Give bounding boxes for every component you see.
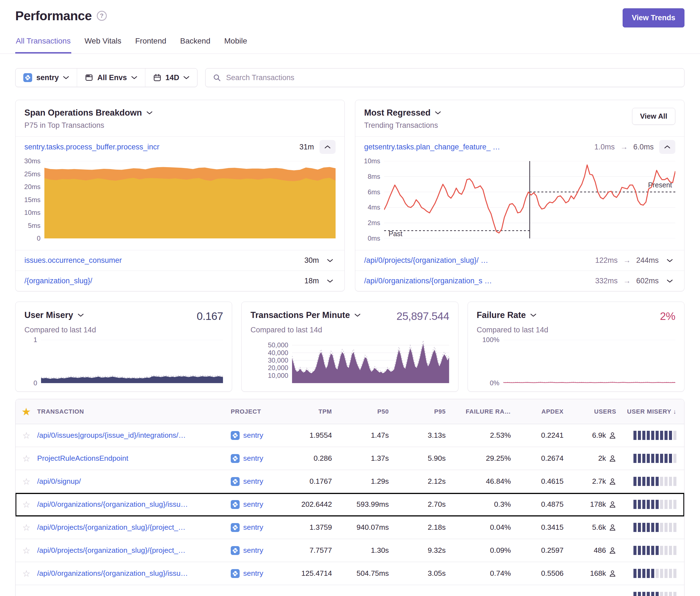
tab-frontend[interactable]: Frontend [134, 33, 167, 53]
misery-bar [665, 454, 668, 463]
project-cell[interactable]: sentry [231, 431, 285, 440]
chevron-up-icon [324, 145, 331, 149]
project-link[interactable]: sentry [243, 523, 263, 532]
regressed-to-value: 6.0ms [633, 143, 654, 151]
collapse-button[interactable] [659, 140, 675, 154]
star-icon[interactable]: ☆ [16, 499, 37, 510]
most-regressed-title-dropdown[interactable]: Most Regressed [364, 108, 441, 118]
project-cell[interactable]: sentry [231, 454, 285, 463]
misery-bar [669, 477, 672, 486]
project-cell[interactable]: sentry [231, 546, 285, 555]
span-op-link[interactable]: sentry.tasks.process_buffer.process_incr [24, 143, 294, 151]
span-op-link[interactable]: issues.occurrence_consumer [24, 256, 299, 265]
expand-button[interactable] [324, 259, 335, 262]
table-row: ☆/api/0/issues|groups/{issue_id}/integra… [16, 424, 684, 447]
span-op-link[interactable]: /{organization_slug}/ [24, 277, 299, 285]
span-ops-title-dropdown[interactable]: Span Operations Breakdown [24, 108, 153, 118]
page-filter-group: sentry All Envs 14D [15, 68, 197, 87]
misery-bar [647, 431, 650, 440]
project-link[interactable]: sentry [243, 431, 263, 440]
environment-filter-label: All Envs [97, 74, 127, 82]
environment-icon [85, 74, 93, 82]
star-icon[interactable]: ☆ [16, 453, 37, 464]
tab-backend[interactable]: Backend [180, 33, 211, 53]
misery-bar [669, 546, 672, 555]
project-link[interactable]: sentry [243, 477, 263, 486]
regressed-link[interactable]: getsentry.tasks.plan_change_feature_ … [364, 143, 589, 151]
span-ops-chart: 30ms25ms20ms15ms10ms5ms0 [16, 157, 345, 250]
column-apdex[interactable]: APDEX [511, 408, 564, 415]
expand-button[interactable] [324, 279, 335, 283]
failure-rate-value: 46.84% [446, 477, 511, 486]
project-cell[interactable]: sentry [231, 569, 285, 578]
star-icon[interactable]: ☆ [16, 568, 37, 579]
misery-bar [638, 569, 641, 578]
expand-button[interactable] [664, 279, 675, 283]
star-icon[interactable]: ☆ [16, 545, 37, 556]
column-user-misery[interactable]: USER MISERY ↓ [616, 408, 684, 415]
project-filter[interactable]: sentry [16, 69, 77, 87]
view-all-button[interactable]: View All [632, 108, 675, 125]
misery-bar [651, 477, 654, 486]
tab-mobile[interactable]: Mobile [224, 33, 248, 53]
tab-web-vitals[interactable]: Web Vitals [84, 33, 122, 53]
regressed-link[interactable]: /api/0/projects/{organization_slug}/ … [364, 256, 590, 265]
star-icon[interactable]: ☆ [16, 430, 37, 441]
regressed-link[interactable]: /api/0/organizations/{organization_s … [364, 277, 590, 285]
date-range-filter[interactable]: 14D [145, 69, 197, 87]
column-transaction[interactable]: TRANSACTION [37, 408, 231, 415]
transaction-link[interactable]: /api/0/projects/{organization_slug}/{pro… [37, 546, 231, 555]
sort-descending-icon: ↓ [673, 408, 676, 415]
column-p95[interactable]: P95 [389, 408, 446, 415]
transaction-link[interactable]: /api/0/signup/ [37, 477, 231, 486]
collapse-button[interactable] [320, 140, 335, 154]
misery-bar [647, 523, 650, 532]
tab-all-transactions[interactable]: All Transactions [15, 33, 71, 53]
transaction-link[interactable]: ProjectRuleActionsEndpoint [37, 454, 231, 463]
misery-bar [669, 431, 672, 440]
page-title: Performance [15, 8, 92, 23]
user-misery-bars [616, 523, 684, 532]
project-cell[interactable]: sentry [231, 477, 285, 486]
project-link[interactable]: sentry [243, 454, 263, 463]
transaction-link[interactable]: /api/0/issues|groups/{issue_id}/integrat… [37, 431, 231, 440]
misery-bar [665, 431, 668, 440]
misery-bar [642, 431, 645, 440]
span-ops-subtitle: P75 in Top Transactions [24, 121, 153, 130]
apdex-value: 0.4875 [511, 500, 564, 509]
expand-button[interactable] [664, 259, 675, 262]
misery-bar [673, 454, 676, 463]
apdex-value: 0.2241 [511, 431, 564, 440]
chevron-down-icon [667, 279, 673, 283]
project-cell[interactable]: sentry [231, 523, 285, 532]
user-misery-title-dropdown[interactable]: User Misery [24, 310, 84, 320]
misery-bar [633, 523, 636, 532]
star-icon[interactable]: ☆ [16, 522, 37, 533]
table-row [16, 585, 684, 596]
view-trends-button[interactable]: View Trends [623, 8, 684, 27]
column-users[interactable]: USERS [564, 408, 616, 415]
star-icon[interactable]: ☆ [16, 476, 37, 487]
project-link[interactable]: sentry [243, 500, 263, 509]
column-failure-rate[interactable]: FAILURE RA… [446, 408, 511, 415]
failure-rate-title-dropdown[interactable]: Failure Rate [477, 310, 536, 320]
failure-rate-value: 2.53% [446, 431, 511, 440]
environment-filter[interactable]: All Envs [77, 69, 145, 87]
column-tpm[interactable]: TPM [285, 408, 332, 415]
transaction-link[interactable]: /api/0/organizations/{organization_slug}… [37, 500, 231, 509]
column-project[interactable]: PROJECT [231, 408, 285, 415]
python-project-icon [231, 477, 240, 486]
project-cell[interactable]: sentry [231, 500, 285, 509]
misery-bar [633, 477, 636, 486]
help-icon[interactable]: ? [97, 11, 107, 21]
column-p50[interactable]: P50 [332, 408, 389, 415]
search-box[interactable] [205, 68, 684, 87]
transaction-link[interactable]: /api/0/organizations/{organization_slug}… [37, 569, 231, 578]
transaction-link[interactable]: /api/0/projects/{organization_slug}/{pro… [37, 523, 231, 532]
search-input[interactable] [226, 74, 677, 82]
star-icon[interactable]: ★ [16, 406, 37, 417]
project-link[interactable]: sentry [243, 546, 263, 555]
misery-bar [656, 454, 659, 463]
project-link[interactable]: sentry [243, 569, 263, 578]
tpm-title-dropdown[interactable]: Transactions Per Minute [250, 310, 360, 320]
